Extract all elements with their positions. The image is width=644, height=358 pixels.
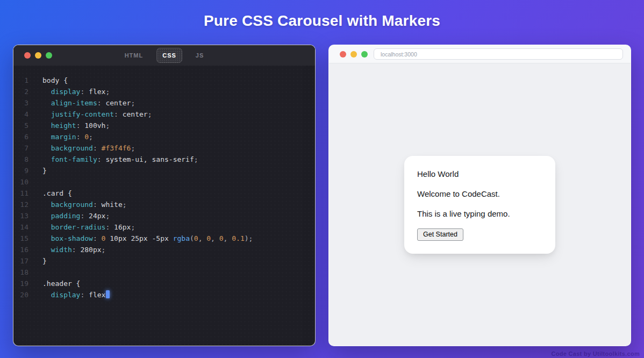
code-text: box-shadow: 0 10px 25px -5px rgba(0, 0, … bbox=[42, 233, 253, 244]
line-number: 16 bbox=[13, 244, 28, 255]
line-number: 8 bbox=[13, 154, 28, 165]
code-line[interactable]: 19.header { bbox=[13, 278, 315, 289]
code-text: display: flex bbox=[42, 289, 110, 300]
code-text: justify-content: center; bbox=[42, 109, 152, 120]
zoom-button[interactable] bbox=[46, 52, 52, 59]
browser-content: Hello WorldWelcome to CodeCast.This is a… bbox=[329, 63, 631, 346]
code-editor-window: HTMLCSSJS 1body {2 display: flex;3 align… bbox=[13, 45, 316, 346]
get-started-button[interactable]: Get Started bbox=[417, 228, 463, 241]
code-text: body { bbox=[42, 75, 68, 86]
browser-window: Hello WorldWelcome to CodeCast.This is a… bbox=[328, 45, 631, 346]
text-cursor-icon bbox=[106, 290, 110, 298]
code-line[interactable]: 15 box-shadow: 0 10px 25px -5px rgba(0, … bbox=[13, 233, 315, 244]
line-number: 17 bbox=[13, 255, 28, 267]
line-number: 9 bbox=[13, 165, 28, 176]
code-line[interactable]: 2 display: flex; bbox=[13, 86, 315, 97]
line-number: 18 bbox=[13, 267, 28, 278]
editor-tabs: HTMLCSSJS bbox=[119, 48, 210, 63]
line-number: 1 bbox=[13, 75, 28, 86]
tab-css[interactable]: CSS bbox=[156, 48, 182, 63]
code-text: display: flex; bbox=[42, 86, 110, 97]
card-paragraph: This is a live typing demo. bbox=[417, 209, 542, 219]
code-text: margin: 0; bbox=[42, 131, 93, 142]
card-paragraph: Welcome to CodeCast. bbox=[417, 189, 542, 199]
code-line[interactable]: 8 font-family: system-ui, sans-serif; bbox=[13, 154, 315, 165]
line-number: 12 bbox=[13, 199, 28, 210]
line-number: 14 bbox=[13, 221, 28, 233]
code-text: font-family: system-ui, sans-serif; bbox=[42, 154, 198, 165]
card-paragraph: Hello World bbox=[417, 169, 542, 180]
code-line[interactable]: 13 padding: 24px; bbox=[13, 210, 315, 221]
zoom-button[interactable] bbox=[361, 51, 368, 58]
line-number: 10 bbox=[13, 176, 28, 188]
browser-header bbox=[329, 45, 631, 63]
code-text: } bbox=[42, 255, 47, 267]
code-line[interactable]: 11.card { bbox=[13, 188, 315, 199]
code-text: border-radius: 16px; bbox=[42, 221, 135, 233]
tab-html[interactable]: HTML bbox=[119, 48, 149, 63]
code-line[interactable]: 3 align-items: center; bbox=[13, 97, 315, 109]
code-line[interactable]: 6 margin: 0; bbox=[13, 131, 315, 142]
line-number: 4 bbox=[13, 109, 28, 120]
windows-row: HTMLCSSJS 1body {2 display: flex;3 align… bbox=[0, 30, 644, 346]
editor-traffic-lights bbox=[24, 45, 52, 66]
close-button[interactable] bbox=[24, 52, 31, 59]
code-text: background: #f3f4f6; bbox=[42, 142, 135, 154]
code-text: .card { bbox=[42, 188, 72, 199]
code-line[interactable]: 12 background: white; bbox=[13, 199, 315, 210]
line-number: 11 bbox=[13, 188, 28, 199]
url-input[interactable] bbox=[374, 48, 623, 60]
page-title: Pure CSS Carousel with Markers bbox=[0, 0, 644, 30]
line-number: 2 bbox=[13, 86, 28, 97]
code-line[interactable]: 20 display: flex bbox=[13, 289, 315, 300]
editor-header: HTMLCSSJS bbox=[13, 45, 315, 66]
code-text: height: 100vh; bbox=[42, 120, 110, 131]
minimize-button[interactable] bbox=[350, 51, 357, 58]
line-number: 3 bbox=[13, 97, 28, 109]
code-area[interactable]: 1body {2 display: flex;3 align-items: ce… bbox=[13, 66, 315, 346]
line-number: 13 bbox=[13, 210, 28, 221]
code-line[interactable]: 4 justify-content: center; bbox=[13, 109, 315, 120]
tab-js[interactable]: JS bbox=[190, 48, 210, 63]
code-line[interactable]: 1body { bbox=[13, 75, 315, 86]
line-number: 7 bbox=[13, 142, 28, 154]
code-line[interactable]: 17} bbox=[13, 255, 315, 267]
preview-card: Hello WorldWelcome to CodeCast.This is a… bbox=[404, 156, 555, 254]
code-text: } bbox=[42, 165, 47, 176]
code-line[interactable]: 16 width: 280px; bbox=[13, 244, 315, 255]
code-line[interactable]: 7 background: #f3f4f6; bbox=[13, 142, 315, 154]
code-text: background: white; bbox=[42, 199, 127, 210]
line-number: 6 bbox=[13, 131, 28, 142]
minimize-button[interactable] bbox=[35, 52, 41, 59]
code-line[interactable]: 10 bbox=[13, 176, 315, 188]
code-line[interactable]: 14 border-radius: 16px; bbox=[13, 221, 315, 233]
code-text: padding: 24px; bbox=[42, 210, 110, 221]
close-button[interactable] bbox=[340, 51, 346, 58]
code-text: .header { bbox=[42, 278, 80, 289]
code-line[interactable]: 5 height: 100vh; bbox=[13, 120, 315, 131]
line-number: 5 bbox=[13, 120, 28, 131]
line-number: 20 bbox=[13, 289, 28, 300]
code-text: align-items: center; bbox=[42, 97, 135, 109]
attribution-text: Code Cast by Utiltoolkits.com bbox=[551, 350, 640, 357]
line-number: 19 bbox=[13, 278, 28, 289]
code-text: width: 280px; bbox=[42, 244, 105, 255]
code-line[interactable]: 18 bbox=[13, 267, 315, 278]
line-number: 15 bbox=[13, 233, 28, 244]
browser-traffic-lights bbox=[340, 45, 368, 63]
preview-card-text: Hello WorldWelcome to CodeCast.This is a… bbox=[417, 169, 542, 219]
code-line[interactable]: 9} bbox=[13, 165, 315, 176]
